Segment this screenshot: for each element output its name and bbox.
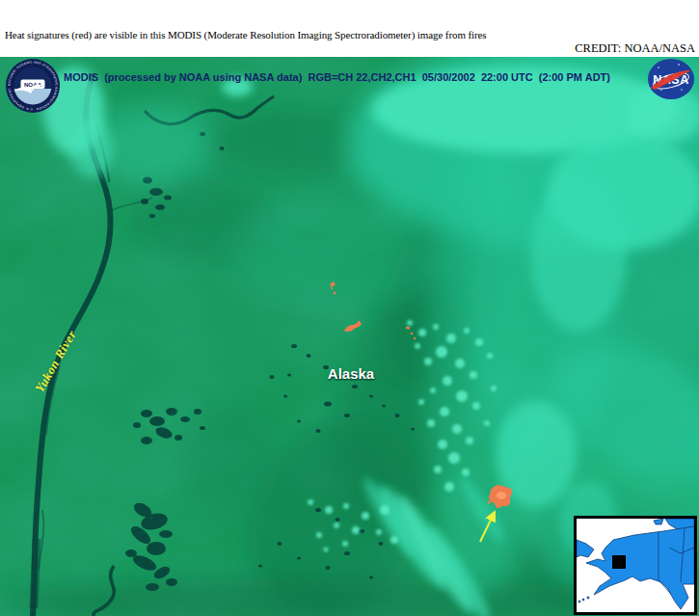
- title-bar-text: MODIS (processed by NOAA using NASA data…: [64, 71, 610, 83]
- caption-line: Heat signatures (red) are visible in thi…: [5, 29, 493, 40]
- nasa-logo-icon: NASA: [647, 58, 695, 102]
- inset-aleutian-island: [578, 601, 580, 603]
- alaska-locator-map: [574, 516, 697, 615]
- inset-alaska-mainland: [586, 526, 694, 609]
- modis-fire-image-page: Heat signatures (red) are visible in thi…: [0, 0, 699, 616]
- inset-aleutian-island: [587, 597, 589, 599]
- fire-location-marker: [612, 555, 626, 569]
- credit-text: CREDIT: NOAA/NASA: [575, 41, 695, 56]
- noaa-logo-icon: NATIONAL OCEANIC AND ATMOSPHERIC ADMINIS…: [6, 59, 60, 113]
- inset-aleutian-island: [582, 599, 584, 601]
- caption-header: Heat signatures (red) are visible in thi…: [0, 0, 699, 57]
- alaska-label: Alaska: [310, 365, 391, 382]
- inset-chukotka-land: [577, 540, 594, 557]
- inset-arctic-islands: [654, 519, 663, 524]
